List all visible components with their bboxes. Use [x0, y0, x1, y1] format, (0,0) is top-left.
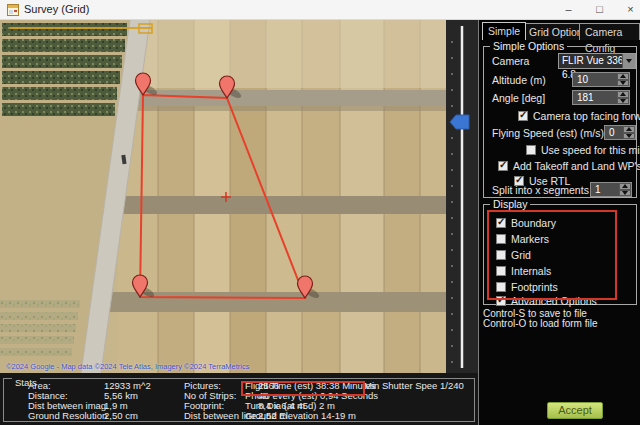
window-icon — [7, 4, 19, 16]
minimize-button[interactable]: – — [554, 0, 583, 20]
checkbox-use-speed[interactable]: Use speed for this mission — [526, 143, 640, 156]
checkbox-label: Camera top facing forward — [533, 110, 640, 122]
close-button[interactable]: × — [616, 0, 640, 20]
tab-camera-config[interactable]: Camera Config — [579, 23, 640, 40]
checkbox-box — [518, 111, 528, 121]
hint-load: Control-O to load form file — [483, 318, 598, 329]
satellite-map — [0, 20, 446, 373]
altitude-label: Altitude (m) — [492, 73, 546, 88]
altitude-stepper[interactable]: 10 — [572, 72, 630, 87]
checkbox-box — [526, 145, 536, 155]
zoom-slider-graphic — [446, 20, 478, 373]
spin-down-icon[interactable] — [617, 80, 629, 87]
tab-simple[interactable]: Simple — [482, 22, 526, 40]
camera-label: Camera — [492, 54, 529, 69]
zoom-slider-thumb[interactable] — [450, 115, 469, 129]
map-attribution: ©2024 Google - Map data ©2024 Tele Atlas… — [6, 362, 250, 371]
spin-down-icon[interactable] — [623, 133, 635, 140]
flying-speed-label: Flying Speed (est) (m/s) — [492, 126, 604, 141]
stat-value: 2,50 cm — [104, 411, 138, 421]
angle-stepper[interactable]: 181 — [572, 90, 630, 105]
maximize-button[interactable]: □ — [585, 0, 614, 20]
accept-button[interactable]: Accept — [547, 402, 603, 419]
angle-value: 181 — [577, 92, 594, 103]
stat-min-shutter: Min Shutter Spee 1/240 — [364, 381, 464, 391]
altitude-value: 10 — [577, 74, 588, 85]
flying-speed-value: 0 — [609, 127, 615, 138]
flying-speed-stepper[interactable]: 0 — [604, 125, 636, 140]
checkbox-takeoff-land[interactable]: Add Takeoff and Land WP's — [498, 159, 640, 172]
window-title: Survey (Grid) — [24, 3, 89, 15]
annotation-red-box-display — [487, 210, 617, 300]
checkbox-camera-top[interactable]: Camera top facing forward — [518, 109, 640, 122]
spin-down-icon[interactable] — [617, 98, 629, 105]
camera-select[interactable]: FLIR Vue 336 6.8 — [558, 53, 636, 69]
stat-ground-elevation: Ground Elevation 14-19 m — [245, 411, 356, 421]
zoom-slider — [446, 20, 478, 373]
split-value: 1 — [595, 184, 601, 195]
survey-grid-window: Survey (Grid) – □ × — [0, 0, 640, 425]
checkbox-box — [498, 161, 508, 171]
checkbox-label: Use speed for this mission — [541, 144, 640, 156]
settings-panel: Simple Grid Options Camera Config Simple… — [478, 20, 640, 425]
map-viewport[interactable] — [0, 20, 446, 373]
simple-options-title: Simple Options — [490, 40, 567, 52]
split-label: Split into x segments — [492, 183, 589, 198]
title-bar: Survey (Grid) – □ × — [0, 0, 640, 20]
display-title: Display — [490, 198, 530, 210]
split-stepper[interactable]: 1 — [590, 182, 632, 197]
chevron-down-icon[interactable] — [622, 54, 635, 68]
annotation-red-box-flight-time — [241, 381, 365, 396]
stats-bar: Stats Area: 12933 m^2 Distance: 5,56 km … — [0, 373, 478, 425]
spin-down-icon[interactable] — [619, 190, 631, 197]
angle-label: Angle [deg] — [492, 91, 545, 106]
stat-label: Ground Resolution — [28, 411, 107, 421]
checkbox-label: Add Takeoff and Land WP's — [513, 160, 640, 172]
simple-options-group: Simple Options Camera FLIR Vue 336 6.8 A… — [483, 46, 637, 198]
